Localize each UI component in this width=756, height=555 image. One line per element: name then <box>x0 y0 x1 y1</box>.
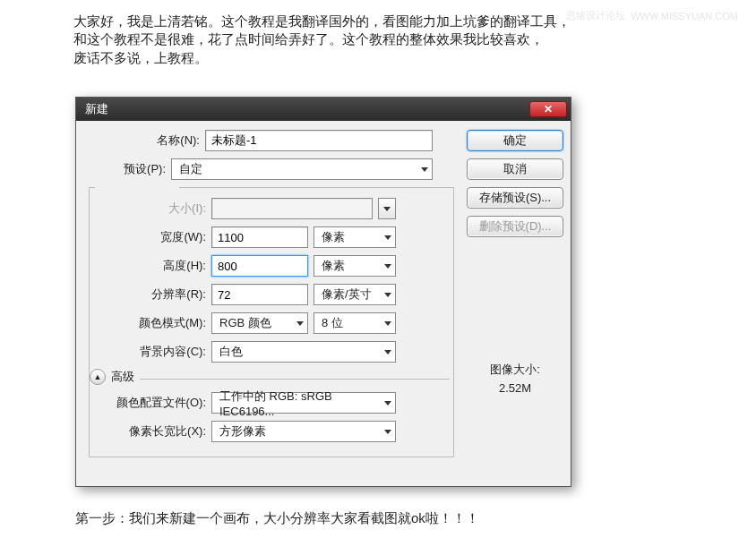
close-button[interactable]: ✕ <box>529 101 567 117</box>
ok-button[interactable]: 确定 <box>467 130 563 151</box>
resolution-unit-value: 像素/英寸 <box>322 286 372 303</box>
mode-value: RGB 颜色 <box>219 315 271 331</box>
step-one-text: 第一步：我们来新建一个画布，大小分辨率大家看截图就ok啦！！！ <box>75 510 479 527</box>
chevron-down-icon <box>384 401 391 406</box>
watermark: 思绪设计论坛 WWW.MISSYUAN.COM <box>566 9 738 22</box>
preset-value: 自定 <box>179 161 202 177</box>
name-label: 名称(N): <box>83 132 200 149</box>
resolution-unit-select[interactable]: 像素/英寸 <box>314 284 396 305</box>
watermark-text2: WWW.MISSYUAN.COM <box>631 11 738 21</box>
mode-label: 颜色模式(M): <box>90 315 206 331</box>
profile-select[interactable]: 工作中的 RGB: sRGB IEC6196... <box>211 392 396 414</box>
close-icon: ✕ <box>544 103 553 115</box>
save-preset-label: 存储预设(S)... <box>479 190 551 206</box>
image-size-label: 图像大小: <box>467 361 563 380</box>
name-input[interactable] <box>205 130 433 151</box>
aspect-label: 像素长宽比(X): <box>90 423 206 440</box>
advanced-toggle[interactable]: ▲ 高级 <box>90 369 140 385</box>
chevron-down-icon <box>296 321 304 326</box>
aspect-select[interactable]: 方形像素 <box>211 421 396 442</box>
size-select-button <box>378 198 396 219</box>
mode-select[interactable]: RGB 颜色 <box>211 312 308 334</box>
aspect-value: 方形像素 <box>219 423 266 440</box>
width-input[interactable] <box>211 226 308 248</box>
right-column: 确定 取消 存储预设(S)... 删除预设(D)... 图像大小: 2.52M <box>467 130 563 461</box>
titlebar: 新建 ✕ <box>76 98 571 121</box>
image-size-value: 2.52M <box>467 380 563 398</box>
bg-value: 白色 <box>219 344 243 360</box>
profile-value: 工作中的 RGB: sRGB IEC6196... <box>219 388 384 418</box>
chevron-down-icon <box>383 207 391 211</box>
left-column: 名称(N): 预设(P): 自定 大小(I): 宽度(W): <box>83 130 458 461</box>
collapse-icon: ▲ <box>90 369 106 385</box>
bg-select[interactable]: 白色 <box>211 341 396 363</box>
settings-group: 大小(I): 宽度(W): 像素 高度(H): 像素 <box>89 187 454 457</box>
new-dialog: 新建 ✕ 名称(N): 预设(P): 自定 大小(I): <box>75 97 571 487</box>
chevron-down-icon <box>384 350 391 354</box>
width-unit-value: 像素 <box>322 229 345 245</box>
width-unit-select[interactable]: 像素 <box>314 226 396 248</box>
dialog-body: 名称(N): 预设(P): 自定 大小(I): 宽度(W): <box>76 121 571 470</box>
height-input[interactable] <box>211 255 308 277</box>
resolution-label: 分辨率(R): <box>90 286 206 303</box>
save-preset-button[interactable]: 存储预设(S)... <box>467 187 563 209</box>
size-label: 大小(I): <box>90 201 206 217</box>
size-input <box>211 198 373 219</box>
depth-value: 8 位 <box>322 315 343 331</box>
cancel-label: 取消 <box>503 161 527 177</box>
delete-preset-button: 删除预设(D)... <box>467 216 563 237</box>
chevron-down-icon <box>384 321 391 326</box>
dialog-title: 新建 <box>85 101 108 117</box>
bg-label: 背景内容(C): <box>90 344 206 360</box>
chevron-down-icon <box>384 264 391 269</box>
profile-label: 颜色配置文件(O): <box>90 395 206 411</box>
width-label: 宽度(W): <box>90 229 206 245</box>
resolution-input[interactable] <box>211 284 308 305</box>
preset-label: 预设(P): <box>83 161 166 177</box>
intro-text: 大家好，我是上清若铭。这个教程是我翻译国外的，看图能力加上坑爹的翻译工具， 和这… <box>73 13 571 67</box>
cancel-button[interactable]: 取消 <box>467 158 563 180</box>
watermark-text1: 思绪设计论坛 <box>566 9 625 22</box>
intro-line2: 和这个教程不是很难，花了点时间给弄好了。这个教程的整体效果我比较喜欢， <box>73 30 571 48</box>
chevron-down-icon <box>384 430 391 434</box>
advanced-label: 高级 <box>111 369 134 385</box>
depth-select[interactable]: 8 位 <box>314 312 396 334</box>
preset-select[interactable]: 自定 <box>171 158 433 180</box>
intro-line1: 大家好，我是上清若铭。这个教程是我翻译国外的，看图能力加上坑爹的翻译工具， <box>73 13 571 30</box>
chevron-down-icon <box>384 235 391 240</box>
height-unit-value: 像素 <box>322 258 345 274</box>
height-unit-select[interactable]: 像素 <box>314 255 396 277</box>
ok-label: 确定 <box>503 132 527 149</box>
delete-preset-label: 删除预设(D)... <box>479 218 552 235</box>
chevron-down-icon <box>384 293 391 297</box>
advanced-separator: ▲ 高级 <box>90 379 450 380</box>
height-label: 高度(H): <box>90 258 206 274</box>
intro-line3: 废话不多说，上教程。 <box>73 49 571 67</box>
image-size-info: 图像大小: 2.52M <box>467 361 563 398</box>
chevron-down-icon <box>421 167 428 172</box>
